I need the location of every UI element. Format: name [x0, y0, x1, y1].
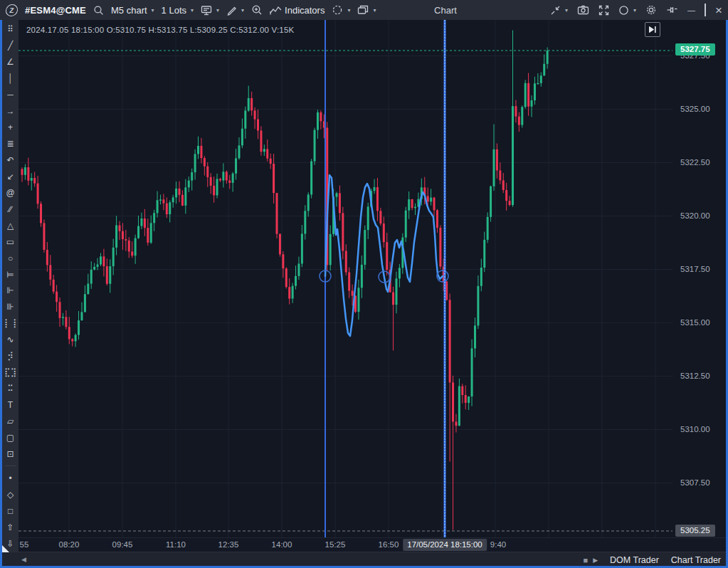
symbol-label[interactable]: #ESM4@CME [25, 5, 86, 16]
candlestick-chart[interactable] [19, 20, 672, 537]
projection-tool[interactable]: ⡺ [2, 348, 19, 364]
square-marker-tool[interactable]: □ [2, 503, 19, 519]
close-button[interactable]: × [715, 4, 722, 16]
layout-dropdown[interactable]: ▾ [357, 5, 376, 15]
chart-type-dropdown[interactable]: M5 chart ▾ [111, 5, 154, 16]
curve-tool[interactable]: ↶ [2, 152, 19, 169]
price-label-tool[interactable]: ⊡ [2, 446, 19, 462]
crosshair-circle-icon [332, 4, 343, 16]
expand-tabs-icon[interactable]: ▶ [593, 557, 598, 564]
dot-marker-tool[interactable]: • [2, 470, 19, 486]
price-tick: 5310.00 [680, 425, 710, 433]
price-tick: 5317.50 [680, 265, 710, 273]
crosshair-style-dropdown[interactable]: ▾ [332, 4, 350, 16]
circle-icon [618, 5, 629, 16]
monitor-icon [201, 5, 212, 16]
chevron-down-icon: ▾ [241, 7, 244, 14]
line-chart-icon [270, 5, 282, 15]
chevron-down-icon: ▾ [373, 7, 376, 14]
time-tick: 55 [20, 540, 29, 549]
chevron-down-icon: ▾ [152, 7, 154, 14]
fullscreen-icon[interactable] [598, 5, 609, 16]
dock-dropdown[interactable]: ▾ [550, 5, 568, 16]
app-logo-icon[interactable]: Z [5, 4, 19, 16]
dotted-column-tool[interactable]: ⠭ [2, 381, 19, 397]
price-tick: 5307.50 [680, 478, 710, 487]
cursor-tool[interactable]: ⠿ [2, 21, 19, 38]
horizontal-line-tool[interactable]: ─ [2, 87, 19, 103]
current-price-badge: 5327.75 [675, 43, 715, 56]
angle-tool[interactable]: ∠ [2, 54, 19, 70]
triangle-tool[interactable]: △ [2, 217, 19, 233]
spiral-tool[interactable]: @ [2, 184, 19, 201]
diamond-marker-tool[interactable]: ◇ [2, 486, 19, 503]
price-tick: 5320.00 [680, 211, 710, 220]
price-axis[interactable]: 5327.505325.005322.505320.005317.505315.… [672, 20, 726, 537]
ohlc-info-bar: 2024.17.05 18:15:00 O:5310.75 H:5313.75 … [26, 26, 294, 34]
drawing-tools-dropdown[interactable]: ▾ [226, 5, 244, 16]
lots-dropdown[interactable]: 1 Lots ▾ [162, 5, 194, 16]
pin-icon[interactable] [666, 5, 678, 15]
text-tool[interactable]: T [2, 397, 19, 414]
panel-square-icon[interactable]: ■ [583, 556, 588, 564]
arrow-up-marker-tool[interactable]: ⇧ [2, 519, 19, 535]
pencil-icon [226, 5, 237, 16]
time-tick: 12:35 [218, 540, 239, 549]
price-tick: 5315.00 [680, 318, 710, 327]
time-tick: 09:45 [112, 540, 133, 549]
panel-title: Chart [434, 5, 457, 16]
time-tick: 9:40 [490, 540, 506, 549]
arrow-ray-tool[interactable]: → [2, 103, 19, 120]
dotted-box-tool[interactable]: ⣏⣹ [2, 364, 19, 381]
minimize-button[interactable]: — [687, 6, 695, 14]
tab-dom-trader[interactable]: DOM Trader [610, 555, 659, 565]
tag-tool[interactable]: ▱ [2, 414, 19, 430]
settings-gear-icon[interactable] [645, 4, 657, 16]
zigzag-tool[interactable]: ∿ [2, 332, 19, 348]
search-icon[interactable] [93, 5, 104, 16]
chevron-down-icon: ▾ [633, 7, 636, 14]
callout-tool[interactable]: ▢ [2, 429, 19, 446]
extended-levels-tool[interactable]: ⊪ [2, 299, 19, 315]
price-tick: 5312.50 [680, 372, 710, 380]
chart-window: Z #ESM4@CME M5 chart ▾ 1 Lots ▾ ▾ ▾ [0, 0, 728, 568]
scroll-left-arrow[interactable]: ◀ [21, 556, 26, 563]
collapse-arrows-icon [550, 5, 561, 16]
vertical-line-tool[interactable]: │ [2, 70, 19, 87]
go-to-latest-button[interactable] [645, 22, 660, 37]
templates-dropdown[interactable]: ▾ [201, 5, 219, 16]
rectangle-tool[interactable]: ▭ [2, 233, 19, 250]
sidebar-toolbar: ⠿╱∠│─→+≣↶↙@∕∕△▭○⊨⊩⊪⡇⢸∿⡺⣏⣹⠭T▱▢⊡•◇□⇧⇩ [2, 20, 19, 552]
corner-handle[interactable] [2, 545, 9, 552]
fib-levels-tool[interactable]: ⊩ [2, 283, 19, 299]
price-tick: 5325.00 [680, 105, 710, 113]
toolbar-divider [5, 466, 16, 466]
time-tick: 16:50 [379, 540, 399, 549]
screenshot-camera-icon[interactable] [577, 5, 589, 15]
session-low-badge: 5305.25 [675, 525, 715, 537]
ellipse-tool[interactable]: ○ [2, 250, 19, 266]
chevron-down-icon: ▾ [191, 7, 194, 14]
trend-line-tool[interactable]: ╱ [2, 38, 19, 54]
time-tick: 15:25 [325, 540, 346, 549]
maximize-button[interactable] [705, 5, 706, 15]
chevron-down-icon: ▾ [347, 7, 350, 14]
time-tick: 11:10 [166, 540, 186, 549]
bars-pattern-tool[interactable]: ⡇⢸ [2, 315, 19, 332]
link-channel-dropdown[interactable]: ▾ [618, 5, 636, 16]
time-axis[interactable]: 5508:2009:4511:1012:3514:0015:2516:509:4… [19, 537, 726, 552]
price-tick: 5322.50 [680, 158, 710, 167]
hatch-channel-tool[interactable]: ∕∕ [2, 201, 19, 217]
chevron-down-icon: ▾ [216, 7, 219, 14]
titlebar: Z #ESM4@CME M5 chart ▾ 1 Lots ▾ ▾ ▾ [0, 0, 728, 20]
window-border [0, 20, 2, 568]
zoom-in-icon[interactable] [251, 4, 263, 16]
arrow-tool[interactable]: ↙ [2, 168, 19, 184]
parallel-lines-tool[interactable]: ≣ [2, 136, 19, 152]
panels-icon [357, 5, 369, 15]
indicators-button[interactable]: Indicators [270, 5, 325, 16]
price-levels-tool[interactable]: ⊨ [2, 266, 19, 283]
cross-line-tool[interactable]: + [2, 120, 19, 136]
tab-chart-trader[interactable]: Chart Trader [671, 555, 721, 565]
crosshair-time-badge: 17/05/2024 18:15:00 [403, 539, 487, 551]
